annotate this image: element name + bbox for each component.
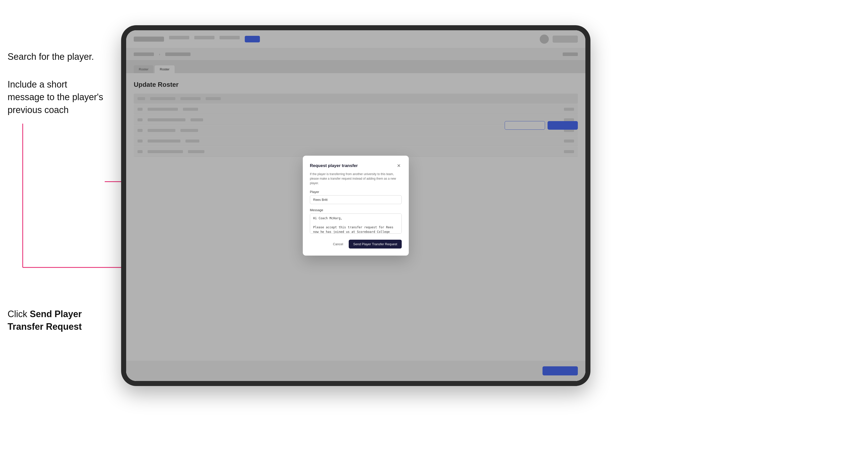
modal-overlay: Request player transfer ✕ If the player …: [126, 30, 585, 381]
player-input[interactable]: [310, 195, 402, 204]
send-transfer-request-button[interactable]: Send Player Transfer Request: [349, 240, 402, 249]
modal-header: Request player transfer ✕: [310, 163, 402, 169]
request-transfer-modal: Request player transfer ✕ If the player …: [303, 156, 409, 256]
cancel-button[interactable]: Cancel: [330, 240, 346, 248]
annotation-click: Click Send Player Transfer Request: [7, 308, 103, 333]
tablet-device: › Roster Roster Update Roster: [121, 25, 590, 386]
player-label: Player: [310, 190, 402, 194]
modal-footer: Cancel Send Player Transfer Request: [310, 240, 402, 249]
modal-description: If the player is transferring from anoth…: [310, 172, 402, 185]
modal-title: Request player transfer: [310, 163, 358, 168]
annotation-message: Include a short message to the player's …: [7, 78, 103, 116]
close-icon[interactable]: ✕: [396, 163, 402, 169]
message-label: Message: [310, 208, 402, 212]
tablet-screen: › Roster Roster Update Roster: [126, 30, 585, 381]
annotation-search: Search for the player.: [7, 51, 103, 63]
message-textarea[interactable]: Hi Coach McHarg, Please accept this tran…: [310, 213, 402, 234]
